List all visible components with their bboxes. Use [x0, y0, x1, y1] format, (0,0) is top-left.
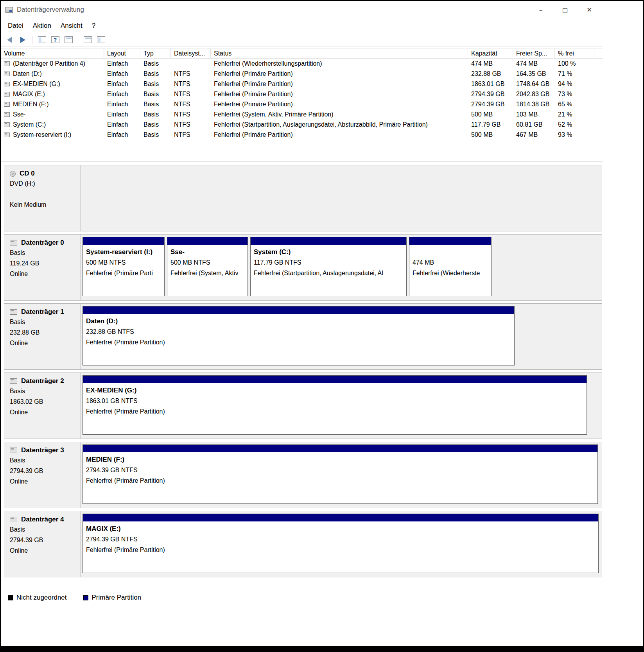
disk-row-2: Datenträger 2 Basis 1863.02 GB Online EX…	[4, 373, 602, 439]
volume-name: System (C:)	[13, 121, 46, 128]
disk-name: Datenträger 4	[21, 516, 64, 523]
layout-cell: Einfach	[104, 91, 140, 98]
column-header-freier-speicher[interactable]: Freier Sp...	[513, 48, 555, 58]
volume-cell: System-reserviert (I:)	[1, 131, 104, 138]
partition-size: 2794.39 GB NTFS	[86, 534, 597, 545]
column-header-volume[interactable]: Volume	[1, 48, 104, 58]
table-row[interactable]: MEDIEN (F:) Einfach Basis NTFS Fehlerfre…	[1, 99, 603, 109]
partition-name: MAGIX (E:)	[86, 523, 597, 534]
table-row[interactable]: EX-MEDIEN (G:) Einfach Basis NTFS Fehler…	[1, 79, 603, 89]
maximize-icon	[562, 6, 568, 14]
unallocated-swatch-icon	[8, 595, 13, 600]
partition-block[interactable]: EX-MEDIEN (G:) 1863.01 GB NTFS Fehlerfre…	[83, 375, 587, 435]
partition-info: System (C:) 117.79 GB NTFS Fehlerfrei (S…	[251, 245, 406, 278]
fs-cell: NTFS	[171, 121, 211, 128]
typ-cell: Basis	[140, 111, 171, 118]
partition-status: Fehlerfrei (Primäre Parti	[86, 268, 163, 278]
disk-label-panel[interactable]: Datenträger 4 Basis 2794.39 GB Online	[4, 511, 81, 577]
table-row[interactable]: System (C:) Einfach Basis NTFS Fehlerfre…	[1, 120, 603, 130]
column-header-prozent-frei[interactable]: % frei	[555, 48, 594, 58]
volume-name: EX-MEDIEN (G:)	[13, 81, 60, 88]
partition-block[interactable]: System-reserviert (I:) 500 MB NTFS Fehle…	[83, 237, 165, 296]
column-header-dateisystem[interactable]: Dateisyst...	[171, 48, 211, 58]
partition-block[interactable]: Sse- 500 MB NTFS Fehlerfrei (System, Akt…	[167, 237, 248, 296]
menu-ansicht[interactable]: Ansicht	[56, 20, 87, 32]
free-cell: 60.81 GB	[513, 121, 555, 128]
partition-block[interactable]: MAGIX (E:) 2794.39 GB NTFS Fehlerfrei (P…	[83, 514, 599, 573]
disk-label-panel[interactable]: Datenträger 2 Basis 1863.02 GB Online	[4, 373, 81, 439]
disk-name: Datenträger 1	[21, 308, 64, 316]
partition-block[interactable]: System (C:) 117.79 GB NTFS Fehlerfrei (S…	[250, 237, 407, 296]
disk-type: Basis	[10, 317, 78, 327]
partition-name: MEDIEN (F:)	[86, 454, 596, 465]
partition-status: Fehlerfrei (Primäre Partition)	[86, 406, 585, 417]
back-button[interactable]	[4, 35, 15, 45]
pct-free-cell: 65 %	[555, 101, 594, 108]
window-content: Datenträgerverwaltung Datei Aktion Ansic…	[1, 1, 603, 646]
free-cell: 164.35 GB	[513, 70, 555, 77]
menu-datei[interactable]: Datei	[3, 20, 28, 32]
table-row[interactable]: MAGIX (E:) Einfach Basis NTFS Fehlerfrei…	[1, 89, 603, 99]
column-header-kapazitaet[interactable]: Kapazität	[468, 48, 513, 58]
partition-status: Fehlerfrei (Startpartition, Auslagerungs…	[254, 268, 405, 278]
help-icon	[51, 36, 59, 43]
status-cell: Fehlerfrei (Startpartition, Auslagerungs…	[211, 121, 468, 128]
partition-block[interactable]: 474 MB Fehlerfrei (Wiederherste	[409, 237, 492, 296]
console-tree-button[interactable]	[36, 35, 47, 45]
maximize-button[interactable]	[553, 1, 577, 19]
table-row[interactable]: Sse- Einfach Basis NTFS Fehlerfrei (Syst…	[1, 109, 603, 120]
legend-unallocated: Nicht zugeordnet	[8, 594, 67, 602]
properties-button[interactable]	[95, 35, 106, 45]
close-button[interactable]	[577, 1, 601, 19]
menu-aktion[interactable]: Aktion	[28, 20, 56, 32]
capacity-cell: 232.88 GB	[468, 70, 513, 77]
minimize-button[interactable]	[529, 1, 553, 19]
action-pane-icon	[84, 36, 92, 43]
typ-cell: Basis	[140, 121, 171, 128]
layout-cell: Einfach	[104, 131, 140, 138]
list-view-button[interactable]	[63, 35, 74, 45]
layout-cell: Einfach	[104, 101, 140, 108]
partition-size: 500 MB NTFS	[86, 257, 163, 268]
disk-name: Datenträger 0	[21, 239, 64, 247]
disk-label-panel[interactable]: Datenträger 0 Basis 119.24 GB Online	[4, 235, 81, 300]
capacity-cell: 500 MB	[468, 111, 513, 118]
pct-free-cell: 71 %	[555, 70, 594, 77]
table-row[interactable]: Daten (D:) Einfach Basis NTFS Fehlerfrei…	[1, 69, 603, 79]
primary-partition-strip	[83, 237, 164, 245]
table-row[interactable]: (Datenträger 0 Partition 4) Einfach Basi…	[1, 59, 603, 69]
disk-status: Online	[10, 407, 78, 417]
help-button[interactable]	[50, 35, 61, 45]
table-row[interactable]: System-reserviert (I:) Einfach Basis NTF…	[1, 130, 603, 140]
volume-icon	[4, 82, 10, 86]
disk-tray: MAGIX (E:) 2794.39 GB NTFS Fehlerfrei (P…	[81, 511, 602, 577]
partition-name: System-reserviert (I:)	[86, 247, 163, 257]
partition-size: 117.79 GB NTFS	[254, 257, 405, 268]
column-header-layout[interactable]: Layout	[104, 48, 140, 58]
layout-cell: Einfach	[104, 70, 140, 77]
primary-partition-strip	[83, 306, 514, 314]
partition-block[interactable]: MEDIEN (F:) 2794.39 GB NTFS Fehlerfrei (…	[83, 444, 598, 504]
disk-label-panel[interactable]: Datenträger 1 Basis 232.88 GB Online	[4, 304, 81, 369]
column-header-status[interactable]: Status	[211, 48, 468, 58]
disk-name: Datenträger 3	[21, 446, 64, 454]
disk-icon	[10, 517, 17, 522]
typ-cell: Basis	[140, 81, 171, 88]
pct-free-cell: 94 %	[555, 81, 594, 88]
free-cell: 2042.83 GB	[513, 91, 555, 98]
fs-cell: NTFS	[171, 91, 211, 98]
cd-label-panel[interactable]: CD 0 DVD (H:) Kein Medium	[4, 165, 81, 231]
volume-icon	[4, 92, 10, 97]
forward-button[interactable]	[17, 35, 28, 45]
disk-label-panel[interactable]: Datenträger 3 Basis 2794.39 GB Online	[4, 442, 81, 508]
partition-block[interactable]: Daten (D:) 232.88 GB NTFS Fehlerfrei (Pr…	[83, 306, 515, 365]
disk-status: Online	[10, 476, 78, 487]
status-cell: Fehlerfrei (System, Aktiv, Primäre Parti…	[211, 111, 468, 118]
column-header-typ[interactable]: Typ	[140, 48, 171, 58]
volume-name: System-reserviert (I:)	[13, 131, 71, 138]
layout-cell: Einfach	[104, 60, 140, 67]
legend-bar: Nicht zugeordnet Primäre Partition	[1, 591, 603, 604]
action-pane-button[interactable]	[82, 35, 93, 45]
menu-hilfe[interactable]: ?	[87, 20, 100, 32]
disk-status: Online	[10, 269, 78, 279]
